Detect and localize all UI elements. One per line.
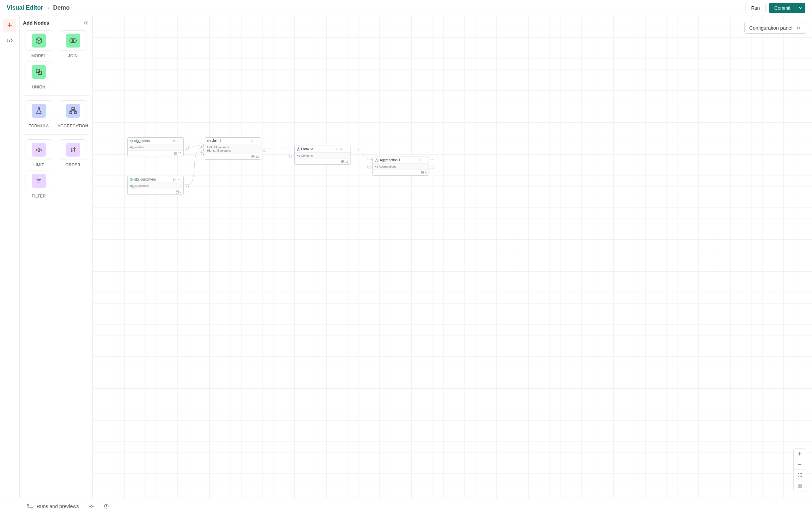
svg-rect-13	[342, 160, 344, 163]
play-icon[interactable]: ▷	[251, 139, 254, 143]
node-tile-union[interactable]: UNION	[23, 61, 55, 89]
node-tile-join[interactable]: JOIN	[57, 30, 89, 58]
flask-icon	[297, 147, 300, 151]
svg-point-1	[72, 38, 77, 43]
plus-icon	[798, 452, 802, 456]
tile-label: LIMIT	[33, 163, 44, 167]
more-icon[interactable]: ⋯	[178, 139, 181, 143]
play-icon[interactable]: ▷	[418, 158, 421, 162]
output-port[interactable]: +	[430, 165, 434, 169]
cube-icon	[129, 178, 133, 181]
svg-rect-5	[70, 112, 72, 113]
footer: Runs and previews	[0, 498, 812, 514]
node-tile-model[interactable]: MODEL	[23, 30, 55, 58]
commit-button[interactable]: Commit	[769, 3, 796, 13]
warning-icon: ⚠	[336, 147, 339, 151]
aggregation-icon	[375, 159, 378, 162]
divider	[23, 96, 89, 96]
svg-rect-18	[798, 484, 800, 485]
left-rail	[0, 16, 19, 498]
play-icon[interactable]: ▷	[173, 139, 176, 143]
sort-icon	[70, 146, 77, 153]
node-body: Left: All columns Right: All columns	[205, 144, 261, 154]
maximize-icon	[798, 473, 802, 478]
canvas-node-join1[interactable]: Join 1 ▷ ⋯ Left: All columns Right: All …	[205, 137, 261, 160]
commit-dropdown-button[interactable]	[796, 3, 805, 13]
input-port[interactable]: +	[368, 165, 372, 169]
chevron-double-left-icon	[796, 26, 801, 30]
svg-rect-4	[72, 108, 75, 109]
node-title: Join 1	[212, 139, 221, 143]
node-title: stg_customers	[134, 178, 156, 181]
more-icon[interactable]: ⋯	[423, 158, 427, 162]
tile-label: UNION	[32, 85, 45, 89]
canvas-node-stg-customers[interactable]: stg_customers ▷ ⋯ stg_customers 2 +	[127, 176, 184, 195]
output-port[interactable]: +	[185, 184, 189, 188]
svg-rect-20	[798, 486, 800, 487]
svg-rect-3	[38, 71, 41, 75]
sidebar-title: Add Nodes	[23, 20, 49, 26]
tile-label: FORMULA	[29, 124, 49, 128]
input-port-add[interactable]: +	[200, 148, 204, 152]
svg-point-24	[90, 505, 92, 507]
svg-point-23	[31, 507, 33, 508]
canvas-node-formula1[interactable]: Formula 1 ⚠ ▷ ⋯ +1 Columns 13 +	[294, 145, 351, 165]
grid-button[interactable]	[794, 481, 806, 491]
join-left-label: Left: All columns	[207, 145, 259, 149]
refresh-button[interactable]	[104, 504, 109, 509]
chevron-double-left-icon	[83, 21, 89, 25]
run-button[interactable]: Run	[746, 3, 765, 13]
aggregation-icon	[69, 107, 77, 114]
svg-rect-14	[376, 159, 377, 160]
canvas[interactable]: Configuration panel stg_orders ▷ ⋯	[92, 16, 812, 498]
gauge-icon	[35, 146, 42, 153]
node-tile-limit[interactable]: LIMIT	[23, 139, 55, 167]
cube-icon	[129, 139, 133, 143]
output-port[interactable]: +	[262, 147, 266, 152]
zoom-out-button[interactable]	[794, 459, 806, 470]
canvas-node-stg-orders[interactable]: stg_orders ▷ ⋯ stg_orders 10 +	[127, 137, 184, 156]
more-icon[interactable]: ⋯	[256, 139, 259, 143]
input-port-right[interactable]: R	[200, 152, 204, 156]
cube-icon	[35, 37, 42, 44]
edges-layer	[92, 16, 812, 498]
node-title: stg_orders	[134, 139, 150, 143]
canvas-node-aggregation1[interactable]: Aggregation 1 ▷ ⋯ +1 Aggregations 0 + +	[372, 157, 429, 175]
commit-graph-button[interactable]	[88, 504, 94, 508]
fit-button[interactable]	[794, 470, 806, 481]
node-tile-aggregation[interactable]: AGGREGATION	[57, 101, 89, 128]
more-icon[interactable]: ⋯	[178, 178, 181, 181]
input-port-left[interactable]: L	[200, 144, 204, 147]
output-port[interactable]: +	[185, 145, 189, 150]
svg-point-22	[27, 504, 29, 506]
svg-rect-8	[174, 152, 177, 154]
runs-previews-button[interactable]: Runs and previews	[27, 503, 79, 509]
breadcrumb-root[interactable]: Visual Editor	[7, 4, 43, 11]
node-body: stg_customers	[127, 183, 183, 189]
node-tile-order[interactable]: ORDER	[57, 139, 89, 167]
node-tile-filter[interactable]: FILTER	[23, 170, 55, 198]
join-icon	[69, 38, 77, 43]
zoom-in-button[interactable]	[794, 449, 806, 459]
play-icon[interactable]: ▷	[341, 147, 343, 151]
header-actions: Run Commit	[746, 3, 805, 13]
code-rail-button[interactable]	[3, 34, 16, 47]
configuration-panel-button[interactable]: Configuration panel	[744, 22, 806, 33]
play-icon[interactable]: ▷	[173, 178, 176, 181]
add-node-rail-button[interactable]	[3, 19, 16, 32]
svg-rect-16	[377, 161, 378, 162]
node-body: +1 Aggregations	[373, 164, 429, 170]
node-count: 0	[425, 171, 427, 174]
svg-rect-21	[800, 486, 801, 487]
code-icon	[6, 38, 13, 43]
svg-rect-17	[421, 171, 424, 173]
node-tile-formula[interactable]: FORMULA	[23, 101, 55, 128]
table-icon	[341, 160, 344, 163]
flask-icon	[36, 107, 42, 114]
more-icon[interactable]: ⋯	[345, 147, 349, 151]
tile-label: FILTER	[32, 194, 46, 198]
collapse-sidebar-button[interactable]	[83, 21, 89, 25]
header: Visual Editor › Demo Run Commit	[0, 0, 812, 16]
input-port[interactable]: +	[289, 154, 293, 158]
node-body: +1 Columns	[295, 153, 350, 159]
